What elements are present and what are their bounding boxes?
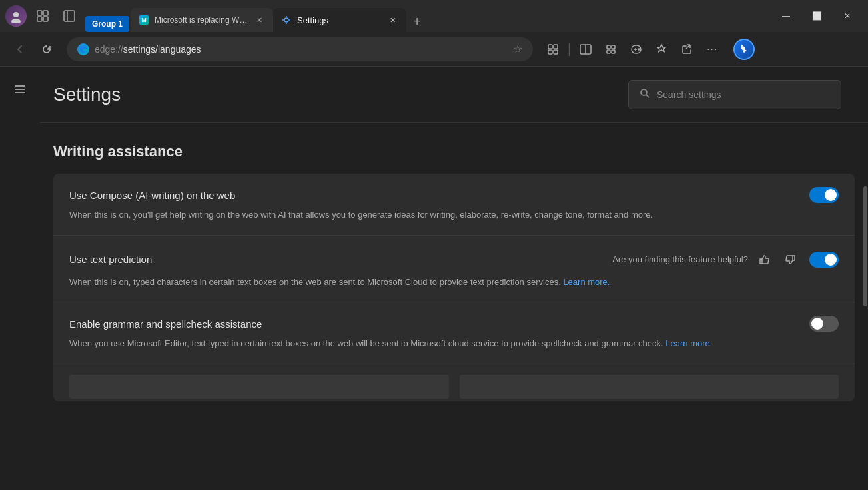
minimize-button[interactable]: —: [771, 5, 801, 27]
svg-rect-6: [64, 11, 75, 21]
svg-rect-19: [607, 45, 610, 49]
sidebar-toggle-button[interactable]: [8, 77, 32, 101]
feedback-text: Are you finding this feature helpful?: [612, 254, 748, 264]
sidebar: [0, 67, 40, 490]
svg-point-11: [282, 19, 284, 21]
nav-icons: |: [541, 37, 724, 61]
text-prediction-learn-more-link[interactable]: Learn more.: [563, 277, 610, 287]
text-prediction-setting-row: Use text prediction Are you finding this…: [53, 236, 855, 303]
tab-settings[interactable]: Settings ✕: [273, 8, 406, 32]
window-controls: — ⬜ ✕: [771, 5, 863, 27]
svg-point-9: [286, 16, 287, 17]
bing-logo: [733, 39, 755, 60]
games-icon[interactable]: [624, 37, 648, 61]
writing-assistance-section: Writing assistance Use Compose (AI-writi…: [40, 123, 868, 415]
settings-card: Use Compose (AI-writing) on the web When…: [53, 174, 855, 401]
svg-rect-21: [607, 50, 610, 53]
svg-rect-4: [37, 17, 42, 21]
svg-rect-5: [43, 17, 48, 21]
svg-rect-16: [554, 50, 558, 54]
grammar-setting-top: Enable grammar and spellcheck assistance: [69, 316, 839, 332]
compose-setting-row: Use Compose (AI-writing) on the web When…: [53, 174, 855, 236]
svg-rect-2: [37, 11, 42, 15]
more-button[interactable]: ···: [700, 37, 724, 61]
titlebar: Group 1 M Microsoft is replacing Window.…: [0, 0, 868, 32]
svg-point-8: [284, 18, 288, 22]
option-card-right[interactable]: [460, 375, 839, 399]
svg-rect-13: [548, 45, 552, 49]
svg-point-0: [13, 12, 19, 17]
split-screen-icon[interactable]: [574, 37, 598, 61]
separator1: |: [566, 41, 572, 57]
scrollbar-thumb[interactable]: [863, 186, 867, 306]
tab-group-label[interactable]: Group 1: [85, 16, 129, 32]
share-icon[interactable]: [675, 37, 699, 61]
tab1-favicon: M: [139, 15, 149, 25]
tab-microsoft[interactable]: M Microsoft is replacing Window... ✕: [131, 8, 273, 32]
tab1-close-button[interactable]: ✕: [253, 14, 265, 26]
restore-button[interactable]: ⬜: [801, 5, 832, 27]
address-bar[interactable]: edge://settings/languages ☆: [67, 37, 533, 61]
svg-point-1: [11, 19, 21, 23]
tab2-favicon: [281, 15, 292, 25]
vertical-tabs-icon[interactable]: [59, 5, 80, 27]
svg-rect-3: [43, 11, 48, 15]
avatar[interactable]: [5, 5, 27, 27]
refresh-button[interactable]: [35, 37, 59, 61]
navbar: edge://settings/languages ☆ |: [0, 32, 868, 67]
text-prediction-label: Use text prediction: [69, 254, 152, 265]
search-settings-input[interactable]: Search settings: [628, 80, 841, 109]
thumbs-down-button[interactable]: [780, 249, 801, 270]
compose-label: Use Compose (AI-writing) on the web: [69, 190, 235, 201]
grammar-toggle[interactable]: [809, 316, 839, 332]
close-button[interactable]: ✕: [832, 5, 863, 27]
bottom-options-row: [53, 364, 855, 401]
svg-rect-14: [554, 45, 558, 49]
svg-point-29: [641, 89, 647, 95]
tab-group-icon[interactable]: [32, 5, 53, 27]
tabs-area: Group 1 M Microsoft is replacing Window.…: [85, 0, 760, 32]
collections-icon[interactable]: [599, 37, 623, 61]
scrollbar-track: [863, 133, 868, 490]
text-prediction-right: Are you finding this feature helpful?: [612, 249, 839, 270]
favorite-icon[interactable]: ☆: [513, 43, 522, 55]
settings-header: Settings Search settings: [40, 67, 868, 123]
text-prediction-setting-top: Use text prediction Are you finding this…: [69, 249, 839, 270]
settings-main: Settings Search settings Writing assista…: [40, 67, 868, 490]
svg-point-12: [289, 19, 290, 21]
svg-point-25: [638, 49, 640, 50]
option-card-left[interactable]: [69, 375, 449, 399]
svg-rect-22: [612, 50, 615, 53]
tab2-close-button[interactable]: ✕: [386, 14, 398, 26]
feedback-area: Are you finding this feature helpful?: [612, 249, 801, 270]
text-prediction-description: When this is on, typed characters in cer…: [69, 276, 839, 289]
compose-toggle[interactable]: [809, 187, 839, 203]
search-icon: [640, 88, 650, 101]
tab2-title: Settings: [297, 15, 328, 25]
thumbs-up-button[interactable]: [753, 249, 775, 270]
text-prediction-toggle[interactable]: [809, 252, 839, 268]
compose-description: When this is on, you'll get help writing…: [69, 208, 839, 222]
new-tab-button[interactable]: +: [406, 11, 428, 32]
search-placeholder-text: Search settings: [657, 89, 721, 100]
svg-point-10: [286, 23, 287, 24]
grammar-learn-more-link[interactable]: Learn more.: [665, 338, 712, 348]
edge-logo: [77, 43, 89, 55]
grammar-setting-row: Enable grammar and spellcheck assistance…: [53, 302, 855, 364]
grammar-label: Enable grammar and spellcheck assistance: [69, 318, 262, 330]
bing-copilot-button[interactable]: [732, 37, 756, 61]
back-button[interactable]: [8, 37, 32, 61]
svg-rect-15: [548, 50, 552, 54]
grammar-description: When you use Microsoft Editor, text type…: [69, 337, 839, 350]
compose-setting-top: Use Compose (AI-writing) on the web: [69, 187, 839, 203]
browser-essentials-icon[interactable]: [650, 37, 673, 61]
tab1-title: Microsoft is replacing Window...: [155, 15, 248, 25]
svg-line-30: [646, 95, 649, 97]
address-text: edge://settings/languages: [95, 44, 201, 55]
svg-rect-20: [612, 45, 615, 49]
extensions-icon[interactable]: [541, 37, 565, 61]
section-title: Writing assistance: [53, 143, 855, 160]
page-title: Settings: [53, 84, 121, 105]
content-area: Settings Search settings Writing assista…: [0, 67, 868, 490]
